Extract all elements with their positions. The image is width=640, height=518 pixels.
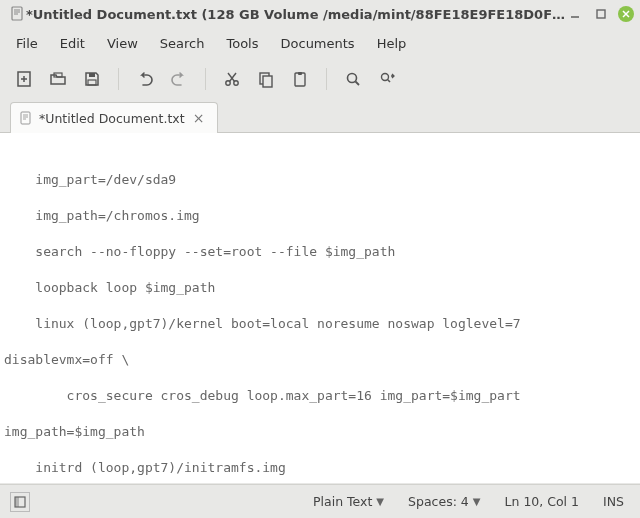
tabbar: *Untitled Document.txt × bbox=[0, 100, 640, 133]
tab-label: *Untitled Document.txt bbox=[39, 111, 185, 126]
menu-view[interactable]: View bbox=[97, 31, 148, 56]
maximize-button[interactable] bbox=[592, 5, 610, 23]
syntax-label: Plain Text bbox=[313, 494, 372, 509]
paste-icon bbox=[291, 70, 309, 88]
svg-line-20 bbox=[356, 82, 360, 86]
open-button[interactable] bbox=[44, 65, 72, 93]
cut-button[interactable] bbox=[218, 65, 246, 93]
svg-rect-23 bbox=[21, 112, 30, 124]
menu-documents[interactable]: Documents bbox=[271, 31, 365, 56]
replace-icon bbox=[378, 70, 396, 88]
save-button[interactable] bbox=[78, 65, 106, 93]
search-icon bbox=[344, 70, 362, 88]
paste-button[interactable] bbox=[286, 65, 314, 93]
tab-active[interactable]: *Untitled Document.txt × bbox=[10, 102, 218, 133]
copy-icon bbox=[257, 70, 275, 88]
svg-line-22 bbox=[388, 80, 390, 82]
minimize-button[interactable] bbox=[566, 5, 584, 23]
menu-search[interactable]: Search bbox=[150, 31, 215, 56]
editor-line: search --no-floppy --set=root --file $im… bbox=[0, 243, 640, 261]
editor-line: cros_secure cros_debug loop.max_part=16 … bbox=[0, 387, 640, 405]
ins-label: INS bbox=[603, 494, 624, 509]
cursor-label: Ln 10, Col 1 bbox=[505, 494, 580, 509]
editor-line: linux (loop,gpt7)/kernel boot=local nore… bbox=[0, 315, 640, 333]
editor-line: loopback loop $img_path bbox=[0, 279, 640, 297]
undo-button[interactable] bbox=[131, 65, 159, 93]
svg-rect-16 bbox=[263, 76, 272, 87]
svg-rect-25 bbox=[15, 497, 19, 507]
editor-line: img_path=/chromos.img bbox=[0, 207, 640, 225]
toolbar bbox=[0, 58, 640, 100]
menubar: File Edit View Search Tools Documents He… bbox=[0, 28, 640, 58]
replace-button[interactable] bbox=[373, 65, 401, 93]
svg-rect-18 bbox=[298, 72, 302, 75]
close-button[interactable] bbox=[618, 6, 634, 22]
toolbar-separator bbox=[205, 68, 206, 90]
search-button[interactable] bbox=[339, 65, 367, 93]
chevron-down-icon: ▼ bbox=[376, 496, 384, 507]
redo-button[interactable] bbox=[165, 65, 193, 93]
svg-rect-9 bbox=[89, 73, 95, 77]
cut-icon bbox=[223, 70, 241, 88]
titlebar: *Untitled Document.txt (128 GB Volume /m… bbox=[0, 0, 640, 28]
editor-line: initrd (loop,gpt7)/initramfs.img bbox=[0, 459, 640, 477]
editor-line: img_path=$img_path bbox=[0, 423, 640, 441]
side-panel-toggle[interactable] bbox=[10, 492, 30, 512]
chevron-down-icon: ▼ bbox=[473, 496, 481, 507]
syntax-selector[interactable]: Plain Text ▼ bbox=[307, 492, 390, 511]
app-icon bbox=[10, 6, 26, 22]
new-doc-button[interactable] bbox=[10, 65, 38, 93]
window-title: *Untitled Document.txt (128 GB Volume /m… bbox=[26, 7, 566, 22]
spaces-label: Spaces: 4 bbox=[408, 494, 469, 509]
menu-help[interactable]: Help bbox=[367, 31, 417, 56]
svg-point-21 bbox=[382, 74, 389, 81]
editor-area[interactable]: img_part=/dev/sda9 img_path=/chromos.img… bbox=[0, 133, 640, 483]
statusbar: Plain Text ▼ Spaces: 4 ▼ Ln 10, Col 1 IN… bbox=[0, 484, 640, 518]
menu-edit[interactable]: Edit bbox=[50, 31, 95, 56]
toolbar-separator bbox=[118, 68, 119, 90]
document-icon bbox=[19, 111, 33, 125]
insert-mode[interactable]: INS bbox=[597, 492, 630, 511]
editor-line: img_part=/dev/sda9 bbox=[0, 171, 640, 189]
menu-file[interactable]: File bbox=[6, 31, 48, 56]
tab-width-selector[interactable]: Spaces: 4 ▼ bbox=[402, 492, 486, 511]
folder-open-icon bbox=[49, 70, 67, 88]
new-doc-icon bbox=[15, 70, 33, 88]
window-controls bbox=[566, 5, 634, 23]
undo-icon bbox=[136, 70, 154, 88]
save-icon bbox=[83, 70, 101, 88]
svg-point-19 bbox=[348, 74, 357, 83]
editor-line: disablevmx=off \ bbox=[0, 351, 640, 369]
copy-button[interactable] bbox=[252, 65, 280, 93]
toolbar-separator bbox=[326, 68, 327, 90]
cursor-position: Ln 10, Col 1 bbox=[499, 492, 586, 511]
redo-icon bbox=[170, 70, 188, 88]
tab-close-button[interactable]: × bbox=[191, 110, 207, 126]
svg-rect-2 bbox=[597, 10, 605, 18]
menu-tools[interactable]: Tools bbox=[216, 31, 268, 56]
